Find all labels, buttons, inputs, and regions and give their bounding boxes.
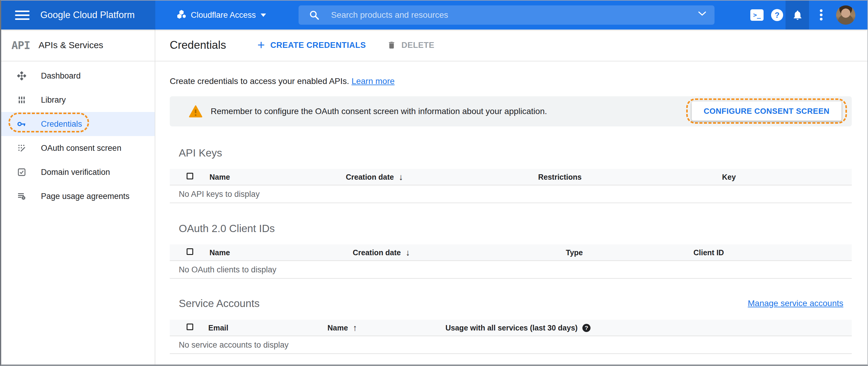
more-options-button[interactable] [820, 1, 823, 30]
sidebar-item-label: Library [41, 95, 66, 105]
section-title-api-keys: API Keys [170, 146, 852, 160]
intro-text: Create credentials to access your enable… [170, 75, 852, 87]
gcp-console-window: Google Cloud Platform Cloudflare Access [0, 0, 868, 366]
sort-desc-icon: ↓ [406, 244, 410, 261]
api-product-logo: API [11, 39, 30, 52]
sidebar-nav: Dashboard Library [1, 61, 155, 208]
usage-help-icon[interactable]: ? [582, 324, 590, 332]
sidebar-item-label: OAuth consent screen [41, 144, 121, 153]
account-avatar[interactable] [836, 5, 855, 25]
section-title-oauth-clients: OAuth 2.0 Client IDs [170, 221, 852, 236]
column-header-creation-date[interactable]: Creation date ↓ [346, 169, 403, 185]
page-title: Credentials [170, 39, 226, 52]
sidebar-item-label: Page usage agreements [41, 192, 129, 201]
column-header-email: Email [208, 319, 228, 336]
sidebar-item-domain-verification[interactable]: Domain verification [1, 160, 155, 184]
main-panel: Credentials + CREATE CREDENTIALS DELETE … [155, 30, 867, 365]
cloud-shell-button[interactable]: >_ [750, 1, 764, 30]
manage-service-accounts-link[interactable]: Manage service accounts [748, 299, 843, 308]
sidebar-item-label: Domain verification [41, 167, 110, 177]
notifications-button[interactable] [792, 1, 803, 30]
search-icon [309, 10, 320, 21]
sidebar: API APIs & Services Dashboard [1, 30, 155, 365]
project-hexagon-icon [176, 9, 187, 21]
project-name: Cloudflare Access [191, 10, 256, 20]
column-header-usage: Usage with all services (last 30 days) ? [445, 319, 590, 336]
search-input[interactable] [331, 10, 662, 20]
search-bar[interactable] [299, 5, 714, 25]
sidebar-header: API APIs & Services [1, 30, 155, 61]
menu-hamburger-icon[interactable] [15, 8, 30, 22]
project-selector[interactable]: Cloudflare Access [176, 1, 266, 30]
sidebar-title: APIs & Services [38, 40, 103, 50]
oauth-clients-table-header: Name Creation date ↓ Type Client ID [170, 244, 852, 261]
configure-consent-screen-button[interactable]: CONFIGURE CONSENT SCREEN [692, 101, 841, 121]
section-title-service-accounts: Service Accounts [170, 296, 259, 311]
select-all-checkbox[interactable] [187, 173, 193, 179]
sidebar-item-page-usage-agreements[interactable]: Page usage agreements [1, 184, 155, 208]
create-credentials-button[interactable]: + CREATE CREDENTIALS [257, 39, 366, 52]
sidebar-item-oauth-consent-screen[interactable]: OAuth consent screen [1, 136, 155, 160]
sidebar-item-dashboard[interactable]: Dashboard [1, 64, 155, 88]
sidebar-item-label: Dashboard [41, 71, 81, 81]
app-header-brand-section: Google Cloud Platform [1, 1, 155, 30]
help-button[interactable]: ? [771, 1, 783, 30]
sort-asc-icon: ↑ [353, 319, 357, 336]
bell-icon [792, 9, 803, 21]
consent-screen-icon [17, 144, 27, 153]
column-header-name[interactable]: Name ↑ [328, 319, 357, 336]
checkbox-check-icon [17, 167, 27, 177]
help-icon: ? [771, 9, 783, 21]
sidebar-item-label: Credentials [41, 120, 82, 129]
library-icon [17, 95, 27, 104]
cloud-shell-icon: >_ [750, 9, 764, 21]
consent-warning-banner: Remember to configure the OAuth consent … [170, 96, 852, 126]
learn-more-link[interactable]: Learn more [351, 77, 395, 86]
sort-desc-icon: ↓ [399, 169, 403, 185]
column-header-type: Type [566, 244, 583, 261]
select-all-checkbox[interactable] [187, 248, 193, 255]
column-header-restrictions: Restrictions [538, 169, 582, 185]
column-header-client-id: Client ID [693, 244, 724, 261]
gcp-logo[interactable]: Google Cloud Platform [40, 10, 135, 21]
banner-message: Remember to configure the OAuth consent … [211, 106, 547, 116]
column-header-creation-date[interactable]: Creation date ↓ [353, 244, 410, 261]
search-chevron-down-icon[interactable] [687, 11, 707, 18]
column-header-name: Name [210, 169, 230, 185]
page-content: Create credentials to access your enable… [155, 75, 867, 354]
sidebar-item-credentials[interactable]: Credentials [1, 112, 155, 136]
key-icon [17, 119, 27, 129]
api-keys-table-header: Name Creation date ↓ Restrictions Key [170, 169, 852, 185]
column-header-key: Key [722, 169, 736, 185]
app-header: Google Cloud Platform Cloudflare Access [1, 1, 867, 30]
body: API APIs & Services Dashboard [1, 30, 867, 365]
service-accounts-empty-row: No service accounts to display [170, 336, 852, 354]
select-all-checkbox[interactable] [187, 324, 193, 330]
page-toolbar: Credentials + CREATE CREDENTIALS DELETE [155, 30, 867, 61]
service-accounts-table-header: Email Name ↑ Usage with all services (la… [170, 319, 852, 336]
consent-button-annotation: CONFIGURE CONSENT SCREEN [686, 98, 847, 124]
trash-icon [387, 41, 396, 50]
column-header-name: Name [210, 244, 230, 261]
oauth-clients-empty-row: No OAuth clients to display [170, 261, 852, 279]
plus-icon: + [257, 39, 265, 52]
caret-down-icon [261, 13, 266, 17]
service-accounts-heading-row: Service Accounts Manage service accounts [170, 296, 852, 311]
dashboard-icon [17, 71, 27, 80]
api-keys-empty-row: No API keys to display [170, 185, 852, 203]
warning-icon [188, 105, 203, 118]
list-gear-icon [17, 192, 27, 201]
delete-button[interactable]: DELETE [387, 41, 435, 50]
sidebar-item-library[interactable]: Library [1, 88, 155, 112]
